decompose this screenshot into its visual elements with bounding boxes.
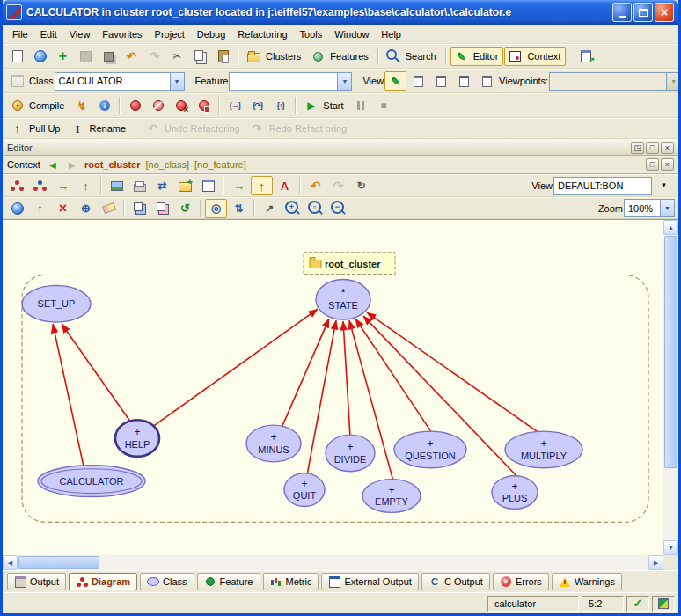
features-button[interactable]: Features — [307, 47, 373, 66]
inheritance-link-calculator-set_up[interactable] — [53, 324, 84, 466]
sort-classes-button[interactable] — [228, 199, 250, 218]
tab-external-output[interactable]: External Output — [321, 573, 418, 590]
undo-button[interactable] — [121, 47, 143, 66]
cluster-tab[interactable]: root_cluster — [304, 253, 395, 275]
inheritance-link-divide-state[interactable] — [343, 321, 350, 436]
save-button[interactable] — [75, 47, 97, 66]
class-node-multiply[interactable]: +MULTIPLY — [505, 431, 582, 468]
diagram-view-combobox[interactable]: DEFAULT:BON — [553, 177, 652, 195]
close-panel-button[interactable]: × — [661, 142, 674, 154]
context-forward-button[interactable]: ▶ — [65, 160, 79, 170]
inheritance-link-button[interactable] — [75, 176, 97, 195]
tab-metric[interactable]: Metric — [263, 573, 319, 590]
new-window-button[interactable] — [6, 47, 28, 66]
scroll-right-button[interactable]: ▶ — [648, 555, 663, 570]
close-button[interactable]: × — [655, 3, 674, 22]
horizontal-scrollbar[interactable]: ◀ ▶ — [3, 555, 663, 570]
add-class-button[interactable] — [52, 47, 74, 66]
menu-project[interactable]: Project — [149, 26, 191, 42]
scroll-left-button[interactable]: ◀ — [3, 555, 18, 570]
menu-edit[interactable]: Edit — [34, 26, 63, 42]
viewpoints-combobox[interactable] — [549, 72, 681, 91]
basic-text-view-button[interactable] — [384, 71, 406, 91]
contract-view-button[interactable] — [453, 71, 475, 91]
export-picture-button[interactable] — [106, 176, 128, 195]
paste-button[interactable] — [212, 47, 234, 66]
diagram-history-button[interactable] — [350, 176, 372, 195]
diagram-view-menu-button[interactable] — [653, 176, 675, 195]
breakpoint-info-button[interactable] — [193, 96, 215, 115]
horizontal-scrollbar-thumb[interactable] — [18, 556, 99, 569]
diagram-redo-button[interactable] — [327, 176, 349, 195]
clickable-view-button[interactable] — [407, 71, 429, 91]
fit-diagram-button[interactable] — [29, 199, 51, 218]
maximize-context-button[interactable]: □ — [646, 158, 659, 171]
compile-button[interactable]: Compile — [6, 96, 70, 115]
tab-errors[interactable]: Errors — [493, 573, 549, 590]
scroll-up-button[interactable]: ▲ — [663, 220, 678, 235]
text-tool-button[interactable] — [274, 176, 296, 195]
context-cluster-link[interactable]: root_cluster — [84, 159, 141, 170]
anchor-button[interactable] — [75, 199, 97, 218]
link-tool-button[interactable] — [151, 176, 173, 195]
inheritance-link-help-state[interactable] — [152, 309, 318, 427]
menu-view[interactable]: View — [63, 26, 97, 42]
inheritance-link-multiply-state[interactable] — [367, 312, 539, 433]
menu-refactoring[interactable]: Refactoring — [231, 26, 293, 42]
class-tool-button[interactable] — [6, 176, 28, 195]
tab-feature[interactable]: Feature — [197, 573, 260, 590]
menu-file[interactable]: File — [6, 26, 34, 42]
info-button[interactable] — [93, 96, 115, 115]
feature-combobox-dropdown-icon[interactable] — [337, 73, 351, 90]
new-cluster-button[interactable] — [174, 176, 196, 195]
maximize-panel-button[interactable]: □ — [646, 142, 659, 154]
new-view-button[interactable] — [197, 176, 219, 195]
feature-combobox[interactable] — [229, 72, 352, 91]
tab-output[interactable]: Output — [7, 573, 66, 590]
remove-breakpoints-button[interactable] — [170, 96, 192, 115]
class-node-calculator[interactable]: CALCULATOR — [38, 466, 145, 497]
delete-button[interactable] — [52, 199, 74, 218]
step-out-button[interactable] — [269, 96, 291, 115]
class-node-minus[interactable]: +MINUS — [246, 425, 301, 462]
inheritance-link-minus-state[interactable] — [282, 319, 329, 428]
tab-class[interactable]: Class — [140, 573, 194, 590]
pull-up-button[interactable]: Pull Up — [6, 119, 65, 138]
supplier-depth-button[interactable] — [151, 199, 173, 218]
cut-button[interactable] — [166, 47, 188, 66]
undo-refactoring-button[interactable]: Undo Refactoring — [142, 119, 245, 138]
step-into-button[interactable] — [223, 96, 245, 115]
clusters-button[interactable]: Clusters — [243, 47, 306, 66]
external-editor-button[interactable] — [576, 47, 598, 66]
class-node-empty[interactable]: +EMPTY — [362, 480, 421, 513]
pause-button[interactable] — [350, 96, 372, 115]
cluster-tool-button[interactable] — [29, 176, 51, 195]
toggle-quality-button[interactable] — [6, 199, 28, 218]
step-over-button[interactable] — [246, 96, 268, 115]
go-to-button[interactable] — [228, 176, 250, 195]
interface-view-button[interactable] — [476, 71, 498, 91]
eraser-button[interactable] — [98, 199, 120, 218]
tab-warnings[interactable]: Warnings — [552, 573, 622, 590]
minimize-button[interactable] — [612, 3, 632, 22]
open-in-new-window-button[interactable] — [6, 71, 28, 91]
class-node-quit[interactable]: +QUIT — [284, 473, 325, 507]
class-node-plus[interactable]: +PLUS — [492, 476, 538, 510]
copy-button[interactable] — [189, 47, 211, 66]
context-back-button[interactable]: ◀ — [46, 160, 60, 170]
crop-diagram-button[interactable] — [251, 176, 273, 195]
class-combobox-dropdown-icon[interactable] — [170, 73, 184, 90]
flat-view-button[interactable] — [430, 71, 452, 91]
straighten-links-button[interactable] — [259, 199, 281, 218]
class-node-help[interactable]: +HELP — [115, 420, 159, 457]
class-node-divide[interactable]: +DIVIDE — [326, 435, 375, 472]
vertical-scrollbar-thumb[interactable] — [664, 236, 677, 468]
vertical-scrollbar[interactable]: ▲ ▼ — [663, 220, 678, 555]
client-depth-button[interactable] — [128, 199, 150, 218]
save-all-button[interactable] — [98, 47, 120, 66]
viewpoints-combobox-dropdown-icon[interactable] — [666, 73, 680, 90]
open-button[interactable] — [29, 47, 51, 66]
diagram-svg[interactable]: root_clusterSET_UP*STATE+HELPCALCULATOR+… — [3, 220, 663, 555]
stop-button[interactable] — [373, 96, 395, 115]
class-combobox[interactable]: CALCULATOR — [55, 72, 185, 91]
